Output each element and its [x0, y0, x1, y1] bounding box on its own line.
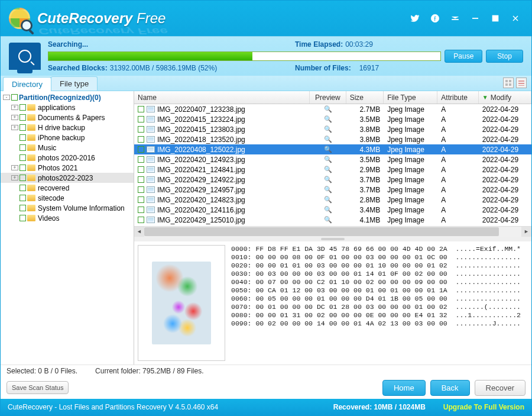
tree-checkbox[interactable]: [20, 154, 26, 161]
tree-checkbox[interactable]: [11, 94, 18, 101]
tree-item[interactable]: Music: [1, 143, 134, 153]
recover-button[interactable]: Recover: [475, 380, 525, 396]
preview-icon[interactable]: 🔍: [324, 136, 332, 143]
file-checkbox[interactable]: [138, 126, 144, 133]
directory-tree[interactable]: - Partition(Recognized)(0) +applications…: [1, 91, 134, 365]
expand-icon[interactable]: +: [11, 115, 18, 120]
tree-item[interactable]: iPhone backup: [1, 133, 134, 143]
collapse-icon[interactable]: [11, 185, 18, 191]
col-modify[interactable]: ▼Modify: [479, 91, 531, 104]
tree-item[interactable]: +applications: [1, 102, 134, 112]
scroll-left-icon[interactable]: ◄: [134, 227, 144, 237]
tree-root[interactable]: - Partition(Recognized)(0): [1, 92, 134, 102]
preview-icon[interactable]: 🔍: [324, 156, 332, 163]
preview-icon[interactable]: 🔍: [324, 186, 332, 194]
tree-checkbox[interactable]: [20, 175, 26, 181]
collapse-icon[interactable]: [11, 145, 18, 150]
collapse-icon[interactable]: -: [3, 95, 10, 100]
tree-item[interactable]: +photos2022-2023: [1, 173, 134, 183]
scroll-thumb[interactable]: [144, 227, 499, 236]
tree-item[interactable]: Videos: [1, 213, 134, 223]
preview-icon[interactable]: 🔍: [324, 125, 332, 133]
file-checkbox[interactable]: [138, 176, 144, 183]
save-scan-status-button[interactable]: Save Scan Status: [7, 381, 69, 394]
maximize-icon[interactable]: [485, 8, 505, 28]
stop-button[interactable]: Stop: [486, 50, 523, 63]
file-row[interactable]: IMG_20220407_123238.jpg🔍2.7MBJpeg ImageA…: [134, 104, 531, 114]
file-checkbox[interactable]: [138, 156, 144, 163]
close-icon[interactable]: [505, 8, 525, 28]
tree-checkbox[interactable]: [20, 205, 26, 211]
preview-icon[interactable]: 🔍: [324, 176, 332, 183]
file-row[interactable]: IMG_20220429_124922.jpg🔍3.7MBJpeg ImageA…: [134, 175, 531, 185]
col-file-type[interactable]: File Type: [384, 91, 437, 104]
file-checkbox[interactable]: [138, 196, 144, 203]
preview-icon[interactable]: 🔍: [324, 115, 332, 123]
file-row[interactable]: IMG_20220421_124841.jpg🔍2.9MBJpeg ImageA…: [134, 165, 531, 175]
file-checkbox[interactable]: [138, 116, 144, 122]
hex-dump[interactable]: 0000: FF D8 FF E1 DA 3D 45 78 69 66 00 0…: [231, 245, 529, 361]
horizontal-scrollbar[interactable]: ◄ ►: [134, 226, 531, 236]
collapse-icon[interactable]: [11, 195, 18, 201]
tree-checkbox[interactable]: [20, 215, 26, 221]
col-size[interactable]: Size: [346, 91, 384, 104]
file-checkbox[interactable]: [138, 106, 144, 112]
file-checkbox[interactable]: [138, 166, 144, 173]
tree-checkbox[interactable]: [20, 124, 26, 131]
tree-checkbox[interactable]: [20, 104, 26, 111]
file-row[interactable]: IMG_20220408_125022.jpg🔍4.3MBJpeg ImageA…: [134, 144, 531, 154]
file-row[interactable]: IMG_20220418_123520.jpg🔍3.8MBJpeg ImageA…: [134, 134, 531, 144]
file-checkbox[interactable]: [138, 186, 144, 193]
file-row[interactable]: IMG_20220415_123224.jpg🔍3.5MBJpeg ImageA…: [134, 114, 531, 124]
preview-icon[interactable]: 🔍: [324, 216, 332, 224]
minimize-icon[interactable]: [465, 8, 485, 28]
expand-icon[interactable]: +: [11, 165, 18, 170]
preview-icon[interactable]: 🔍: [324, 146, 332, 153]
tree-item[interactable]: +Documents & Papers: [1, 112, 134, 122]
collapse-icon[interactable]: [11, 205, 18, 211]
expand-icon[interactable]: +: [11, 125, 18, 130]
col-name[interactable]: Name: [134, 91, 310, 104]
col-attribute[interactable]: Attribute: [437, 91, 478, 104]
view-list-icon[interactable]: [516, 78, 527, 88]
tree-item[interactable]: sitecode: [1, 193, 134, 203]
tab-file-type[interactable]: File type: [51, 76, 98, 91]
home-button[interactable]: Home: [382, 380, 426, 396]
collapse-icon[interactable]: [11, 135, 18, 140]
file-checkbox[interactable]: [138, 136, 144, 143]
file-row[interactable]: IMG_20220420_124116.jpg🔍3.4MBJpeg ImageA…: [134, 205, 531, 215]
expand-icon[interactable]: +: [11, 175, 18, 180]
tree-checkbox[interactable]: [20, 144, 26, 151]
view-grid-icon[interactable]: [503, 78, 514, 88]
facebook-icon[interactable]: [425, 8, 445, 28]
twitter-icon[interactable]: [405, 8, 425, 28]
tree-item[interactable]: +H drive backup: [1, 122, 134, 133]
preview-icon[interactable]: 🔍: [324, 206, 332, 214]
tab-directory[interactable]: Directory: [3, 77, 51, 91]
preview-icon[interactable]: 🔍: [324, 196, 332, 204]
collapse-icon[interactable]: [11, 215, 18, 221]
file-row[interactable]: IMG_20220420_124923.jpg🔍3.5MBJpeg ImageA…: [134, 154, 531, 165]
scroll-right-icon[interactable]: ►: [521, 227, 531, 237]
tree-item[interactable]: +Photos 2021: [1, 163, 134, 173]
file-row[interactable]: IMG_20220415_123803.jpg🔍3.8MBJpeg ImageA…: [134, 124, 531, 134]
back-button[interactable]: Back: [430, 380, 470, 396]
tree-checkbox[interactable]: [20, 185, 26, 191]
file-row[interactable]: IMG_20220429_124957.jpg🔍3.7MBJpeg ImageA…: [134, 185, 531, 195]
file-row[interactable]: IMG_20220420_124823.jpg🔍2.8MBJpeg ImageA…: [134, 195, 531, 205]
file-list-body[interactable]: IMG_20220407_123238.jpg🔍2.7MBJpeg ImageA…: [134, 104, 531, 226]
pause-button[interactable]: Pause: [445, 50, 482, 63]
tree-checkbox[interactable]: [20, 165, 26, 171]
file-row[interactable]: IMG_20220429_125010.jpg🔍4.1MBJpeg ImageA…: [134, 215, 531, 225]
tree-item[interactable]: recovered: [1, 183, 134, 193]
tree-checkbox[interactable]: [20, 134, 26, 141]
tree-checkbox[interactable]: [20, 195, 26, 201]
upgrade-link[interactable]: Upgrade To Full Version: [443, 403, 524, 411]
collapse-icon[interactable]: [11, 155, 18, 160]
file-checkbox[interactable]: [138, 207, 144, 213]
file-checkbox[interactable]: [138, 217, 144, 223]
splitter-handle[interactable]: [134, 237, 531, 241]
preview-icon[interactable]: 🔍: [324, 166, 332, 173]
tree-checkbox[interactable]: [20, 114, 26, 121]
file-checkbox[interactable]: [138, 146, 144, 153]
